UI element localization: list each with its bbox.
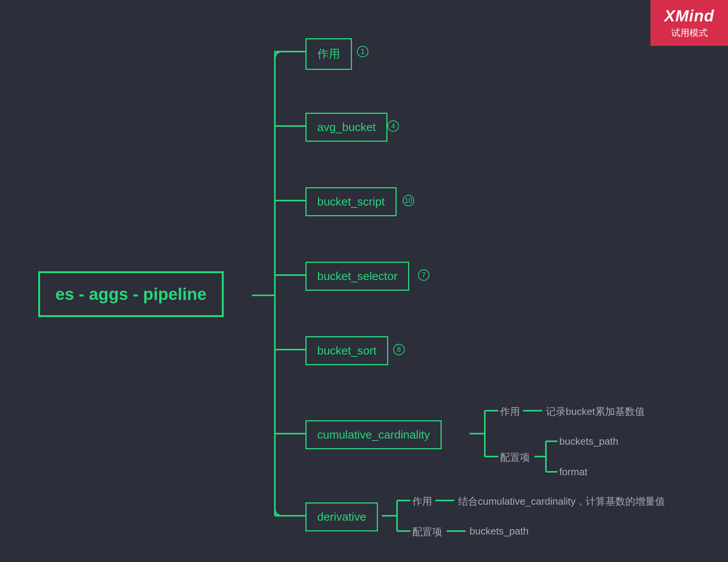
watermark-mode: 试用模式 — [664, 27, 714, 39]
leaf-deriv-zuoyong[interactable]: 作用 — [412, 495, 432, 508]
root-label: es - aggs - pipeline — [55, 285, 207, 303]
node-zuoyong[interactable]: 作用 — [305, 38, 352, 70]
node-label: 作用 — [317, 47, 340, 60]
badge-count: 1 — [357, 46, 368, 57]
watermark-brand: XMind — [664, 7, 714, 25]
node-label: bucket_sort — [317, 344, 376, 357]
root-node[interactable]: es - aggs - pipeline — [38, 271, 224, 317]
leaf-cc-config[interactable]: 配置项 — [500, 451, 530, 464]
node-label: cumulative_cardinality — [317, 428, 430, 441]
leaf-cc-config-format: format — [559, 466, 588, 478]
node-bucket-sort[interactable]: bucket_sort — [305, 336, 388, 365]
leaf-deriv-zuoyong-desc: 结合cumulative_cardinality，计算基数的增量值 — [458, 495, 665, 508]
leaf-deriv-config[interactable]: 配置项 — [412, 525, 442, 539]
leaf-cc-config-bucketspath: buckets_path — [559, 436, 618, 447]
badge-count: 10 — [403, 195, 414, 206]
node-cumulative-cardinality[interactable]: cumulative_cardinality — [305, 420, 442, 449]
leaf-cc-zuoyong[interactable]: 作用 — [500, 405, 520, 418]
leaf-cc-zuoyong-desc: 记录bucket累加基数值 — [546, 405, 645, 418]
watermark-badge: XMind 试用模式 — [651, 0, 728, 46]
node-bucket-selector[interactable]: bucket_selector — [305, 262, 409, 291]
node-label: bucket_script — [317, 195, 385, 208]
leaf-deriv-config-bucketspath: buckets_path — [470, 525, 529, 537]
node-avg-bucket[interactable]: avg_bucket — [305, 113, 387, 142]
node-bucket-script[interactable]: bucket_script — [305, 187, 397, 216]
badge-count: 4 — [387, 120, 399, 132]
badge-count: 7 — [418, 269, 429, 281]
node-derivative[interactable]: derivative — [305, 502, 378, 531]
node-label: bucket_selector — [317, 270, 397, 282]
badge-count: 8 — [393, 344, 405, 355]
node-label: derivative — [317, 510, 366, 523]
node-label: avg_bucket — [317, 121, 376, 133]
